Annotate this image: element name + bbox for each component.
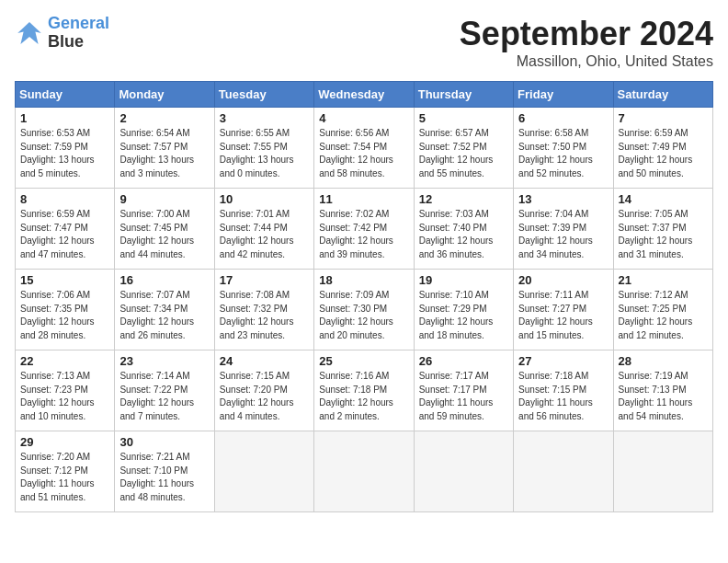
page-header: General Blue September 2024 Massillon, O… [15,15,713,70]
day-number: 11 [319,192,408,206]
empty-cell [514,431,613,512]
title-block: September 2024 Massillon, Ohio, United S… [460,15,713,70]
day-number: 21 [619,273,708,287]
day-info: Sunrise: 7:06 AM Sunset: 7:35 PM Dayligh… [20,289,109,342]
day-cell-27: 27 Sunrise: 7:18 AM Sunset: 7:15 PM Dayl… [514,350,613,431]
day-cell-18: 18 Sunrise: 7:09 AM Sunset: 7:30 PM Dayl… [314,270,414,350]
day-number: 19 [419,273,508,287]
header-friday: Friday [514,82,613,108]
weekday-header-row: Sunday Monday Tuesday Wednesday Thursday… [16,82,713,108]
day-cell-1: 1 Sunrise: 6:53 AM Sunset: 7:59 PM Dayli… [16,108,115,189]
day-number: 26 [419,354,508,368]
day-info: Sunrise: 7:20 AM Sunset: 7:12 PM Dayligh… [20,451,109,504]
day-info: Sunrise: 7:15 AM Sunset: 7:20 PM Dayligh… [220,370,309,423]
day-info: Sunrise: 7:13 AM Sunset: 7:23 PM Dayligh… [20,370,109,423]
day-info: Sunrise: 7:19 AM Sunset: 7:13 PM Dayligh… [619,370,708,423]
day-cell-6: 6 Sunrise: 6:58 AM Sunset: 7:50 PM Dayli… [514,108,613,189]
header-wednesday: Wednesday [314,82,414,108]
day-cell-19: 19 Sunrise: 7:10 AM Sunset: 7:29 PM Dayl… [414,270,513,350]
day-cell-20: 20 Sunrise: 7:11 AM Sunset: 7:27 PM Dayl… [514,270,613,350]
header-thursday: Thursday [414,82,513,108]
day-number: 6 [518,111,608,125]
day-info: Sunrise: 6:58 AM Sunset: 7:50 PM Dayligh… [518,127,608,180]
day-info: Sunrise: 7:11 AM Sunset: 7:27 PM Dayligh… [518,289,608,342]
day-info: Sunrise: 6:55 AM Sunset: 7:55 PM Dayligh… [220,127,309,180]
day-info: Sunrise: 6:59 AM Sunset: 7:49 PM Dayligh… [619,127,708,180]
day-number: 28 [619,354,708,368]
day-number: 9 [119,192,209,206]
day-cell-15: 15 Sunrise: 7:06 AM Sunset: 7:35 PM Dayl… [16,270,115,350]
day-number: 27 [518,354,608,368]
day-number: 17 [220,273,309,287]
day-number: 8 [20,192,109,206]
day-info: Sunrise: 7:09 AM Sunset: 7:30 PM Dayligh… [319,289,408,342]
logo-text: General Blue [48,15,109,52]
week-row-1: 1 Sunrise: 6:53 AM Sunset: 7:59 PM Dayli… [16,108,713,189]
day-cell-2: 2 Sunrise: 6:54 AM Sunset: 7:57 PM Dayli… [115,108,214,189]
day-number: 2 [119,111,209,125]
day-cell-10: 10 Sunrise: 7:01 AM Sunset: 7:44 PM Dayl… [214,189,313,270]
location: Massillon, Ohio, United States [460,53,713,70]
day-number: 24 [220,354,309,368]
day-info: Sunrise: 6:56 AM Sunset: 7:54 PM Dayligh… [319,127,408,180]
week-row-4: 22 Sunrise: 7:13 AM Sunset: 7:23 PM Dayl… [16,350,713,431]
day-number: 13 [518,192,608,206]
day-info: Sunrise: 7:14 AM Sunset: 7:22 PM Dayligh… [119,370,209,423]
day-cell-23: 23 Sunrise: 7:14 AM Sunset: 7:22 PM Dayl… [115,350,214,431]
day-number: 4 [319,111,408,125]
day-number: 16 [119,273,209,287]
header-tuesday: Tuesday [214,82,313,108]
day-info: Sunrise: 7:08 AM Sunset: 7:32 PM Dayligh… [220,289,309,342]
week-row-2: 8 Sunrise: 6:59 AM Sunset: 7:47 PM Dayli… [16,189,713,270]
day-cell-14: 14 Sunrise: 7:05 AM Sunset: 7:37 PM Dayl… [613,189,712,270]
day-info: Sunrise: 6:59 AM Sunset: 7:47 PM Dayligh… [20,208,109,261]
day-info: Sunrise: 7:01 AM Sunset: 7:44 PM Dayligh… [220,208,309,261]
day-info: Sunrise: 6:53 AM Sunset: 7:59 PM Dayligh… [20,127,109,180]
day-cell-11: 11 Sunrise: 7:02 AM Sunset: 7:42 PM Dayl… [314,189,414,270]
day-info: Sunrise: 7:18 AM Sunset: 7:15 PM Dayligh… [518,370,608,423]
header-saturday: Saturday [613,82,712,108]
day-cell-22: 22 Sunrise: 7:13 AM Sunset: 7:23 PM Dayl… [16,350,115,431]
day-number: 7 [619,111,708,125]
header-monday: Monday [115,82,214,108]
day-number: 5 [419,111,508,125]
day-cell-21: 21 Sunrise: 7:12 AM Sunset: 7:25 PM Dayl… [613,270,712,350]
day-number: 30 [119,435,209,449]
day-info: Sunrise: 7:03 AM Sunset: 7:40 PM Dayligh… [419,208,508,261]
day-info: Sunrise: 7:07 AM Sunset: 7:34 PM Dayligh… [119,289,209,342]
day-number: 23 [119,354,209,368]
calendar-table: Sunday Monday Tuesday Wednesday Thursday… [15,81,713,512]
day-info: Sunrise: 7:16 AM Sunset: 7:18 PM Dayligh… [319,370,408,423]
day-info: Sunrise: 7:17 AM Sunset: 7:17 PM Dayligh… [419,370,508,423]
day-cell-3: 3 Sunrise: 6:55 AM Sunset: 7:55 PM Dayli… [214,108,313,189]
day-cell-8: 8 Sunrise: 6:59 AM Sunset: 7:47 PM Dayli… [16,189,115,270]
day-info: Sunrise: 7:21 AM Sunset: 7:10 PM Dayligh… [119,451,209,504]
day-info: Sunrise: 7:12 AM Sunset: 7:25 PM Dayligh… [619,289,708,342]
day-cell-12: 12 Sunrise: 7:03 AM Sunset: 7:40 PM Dayl… [414,189,513,270]
day-number: 3 [220,111,309,125]
day-info: Sunrise: 7:10 AM Sunset: 7:29 PM Dayligh… [419,289,508,342]
empty-cell [613,431,712,512]
day-number: 22 [20,354,109,368]
empty-cell [314,431,414,512]
day-number: 1 [20,111,109,125]
header-sunday: Sunday [16,82,115,108]
day-cell-7: 7 Sunrise: 6:59 AM Sunset: 7:49 PM Dayli… [613,108,712,189]
day-cell-25: 25 Sunrise: 7:16 AM Sunset: 7:18 PM Dayl… [314,350,414,431]
day-cell-26: 26 Sunrise: 7:17 AM Sunset: 7:17 PM Dayl… [414,350,513,431]
svg-marker-0 [17,22,41,44]
day-info: Sunrise: 6:57 AM Sunset: 7:52 PM Dayligh… [419,127,508,180]
day-cell-24: 24 Sunrise: 7:15 AM Sunset: 7:20 PM Dayl… [214,350,313,431]
day-number: 12 [419,192,508,206]
day-number: 14 [619,192,708,206]
day-cell-9: 9 Sunrise: 7:00 AM Sunset: 7:45 PM Dayli… [115,189,214,270]
empty-cell [414,431,513,512]
day-cell-4: 4 Sunrise: 6:56 AM Sunset: 7:54 PM Dayli… [314,108,414,189]
day-number: 18 [319,273,408,287]
day-cell-5: 5 Sunrise: 6:57 AM Sunset: 7:52 PM Dayli… [414,108,513,189]
day-info: Sunrise: 7:05 AM Sunset: 7:37 PM Dayligh… [619,208,708,261]
week-row-3: 15 Sunrise: 7:06 AM Sunset: 7:35 PM Dayl… [16,270,713,350]
day-info: Sunrise: 6:54 AM Sunset: 7:57 PM Dayligh… [119,127,209,180]
day-cell-30: 30 Sunrise: 7:21 AM Sunset: 7:10 PM Dayl… [115,431,214,512]
week-row-5: 29 Sunrise: 7:20 AM Sunset: 7:12 PM Dayl… [16,431,713,512]
